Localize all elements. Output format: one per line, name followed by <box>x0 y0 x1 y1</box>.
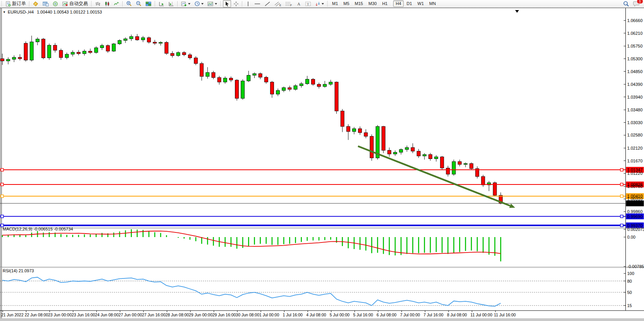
timeframe-H4[interactable]: H4 <box>393 0 403 7</box>
candle-body <box>7 59 10 61</box>
collapse-ohlc-toggle[interactable]: ▼ <box>3 10 6 14</box>
candle-body <box>30 42 33 60</box>
hline-handle[interactable] <box>1 195 3 198</box>
timeframe-D1[interactable]: D1 <box>404 0 414 7</box>
candle-body <box>481 176 485 185</box>
candlestick-mode-button[interactable] <box>103 0 111 7</box>
cursor-tool-button[interactable] <box>223 0 231 7</box>
new-order-label: 新订单 <box>12 0 26 7</box>
rsi-level-label: 100 <box>627 271 634 276</box>
hline-handle[interactable] <box>1 215 3 218</box>
indicators-button[interactable] <box>180 0 192 7</box>
search-icon <box>623 1 629 7</box>
vertical-line-tool-button[interactable] <box>244 0 252 7</box>
candle-body <box>24 43 27 60</box>
search-button[interactable] <box>622 0 631 7</box>
hline-handle[interactable] <box>620 195 623 198</box>
candle-body <box>171 53 174 56</box>
tile-windows-button[interactable] <box>144 0 153 7</box>
toolbar-grip[interactable] <box>154 1 156 7</box>
toolbar-grip[interactable] <box>91 1 92 7</box>
timeframe-M30[interactable]: M30 <box>366 0 379 7</box>
chart-shift-icon <box>168 1 174 7</box>
candle-body <box>399 150 403 152</box>
candle-body <box>65 54 69 58</box>
candle-body <box>423 155 426 156</box>
candle-body <box>335 82 338 111</box>
candle-body <box>440 157 444 168</box>
candle-body <box>112 44 115 51</box>
candle-body <box>353 129 356 131</box>
bar-chart-mode-button[interactable] <box>94 0 102 7</box>
timeframe-W1[interactable]: W1 <box>415 0 426 7</box>
candle-body <box>417 151 420 156</box>
candle-body <box>247 75 250 81</box>
candle-body <box>1 59 4 61</box>
add-indicator-icon <box>181 1 187 7</box>
svg-text:E: E <box>279 4 281 7</box>
notifications-button[interactable]: 1 <box>632 0 641 7</box>
price-tick-label: 1.00310 <box>627 196 643 201</box>
time-tick-label: 30 Jun 08:00 <box>236 312 259 317</box>
candle-body <box>83 51 86 54</box>
toolbar-separator <box>391 1 392 6</box>
svg-text:A: A <box>297 2 300 6</box>
candle-body <box>270 82 274 94</box>
rsi-level-label: 50 <box>627 290 632 295</box>
trendline-tool-button[interactable] <box>263 0 272 7</box>
horizontal-line-tool-button[interactable] <box>253 0 262 7</box>
hline-handle[interactable] <box>1 183 3 186</box>
fibonacci-tool-button[interactable]: F <box>284 0 294 7</box>
candle-body <box>300 84 303 86</box>
toolbar-grip[interactable] <box>1 1 3 7</box>
candle-body <box>12 57 16 59</box>
candle-body <box>370 136 373 158</box>
price-tick-label: 1.02580 <box>627 133 643 137</box>
time-tick-label: 23 Jun 16:00 <box>72 312 95 317</box>
signals-button[interactable] <box>51 0 60 7</box>
time-tick-label: 5 Jul 00:00 <box>330 312 350 317</box>
signal-icon <box>53 1 58 7</box>
text-label-tool-button[interactable]: T <box>303 0 313 7</box>
hline-handle[interactable] <box>620 215 623 218</box>
chart-window: ▼ EURUSD-,H4 1.00440 1.00543 1.00122 1.0… <box>0 8 644 321</box>
text-tool-button[interactable]: A <box>295 0 303 7</box>
crosshair-tool-button[interactable] <box>232 0 240 7</box>
hline-handle[interactable] <box>620 183 623 186</box>
timeframe-M1[interactable]: M1 <box>330 0 340 7</box>
toolbar-grip[interactable] <box>327 1 329 7</box>
toolbar-grip[interactable] <box>220 1 222 7</box>
timeframe-H1[interactable]: H1 <box>380 0 390 7</box>
market-watch-button[interactable] <box>31 0 40 7</box>
periods-button[interactable] <box>193 0 205 7</box>
candle-body <box>305 79 309 84</box>
candle-body <box>323 84 327 87</box>
auto-scroll-button[interactable] <box>157 0 166 7</box>
channel-tool-button[interactable]: E <box>273 0 283 7</box>
vertical-line-icon <box>246 1 250 7</box>
crosshair-icon <box>233 1 239 7</box>
autotrading-button[interactable]: 自动交易 <box>61 0 89 7</box>
charts-list-button[interactable] <box>41 0 50 7</box>
timeframe-M5[interactable]: M5 <box>341 0 351 7</box>
new-order-button[interactable]: 新订单 <box>4 0 27 7</box>
candle-body <box>188 55 192 58</box>
chart-symbol-period: EURUSD-,H4 <box>8 10 34 14</box>
time-tick-label: 22 Jun 08:00 <box>25 312 48 317</box>
candle-body <box>42 39 45 58</box>
hline-handle[interactable] <box>620 169 623 171</box>
hline-handle[interactable] <box>1 169 3 171</box>
hline-handle[interactable] <box>620 224 623 227</box>
line-chart-mode-button[interactable] <box>112 0 121 7</box>
timeframe-MN[interactable]: MN <box>427 0 438 7</box>
candle-body <box>212 72 215 77</box>
toolbar-separator <box>122 1 123 7</box>
chart-canvas[interactable]: 1.013471.008261.004100.996900.993701.001… <box>0 8 644 321</box>
timeframe-M15[interactable]: M15 <box>353 0 365 7</box>
candle-body <box>206 72 209 76</box>
chart-shift-button[interactable] <box>167 0 176 7</box>
templates-button[interactable] <box>206 0 219 7</box>
arrows-tool-button[interactable] <box>313 0 325 7</box>
zoom-in-button[interactable] <box>125 0 134 7</box>
zoom-out-button[interactable] <box>134 0 143 7</box>
